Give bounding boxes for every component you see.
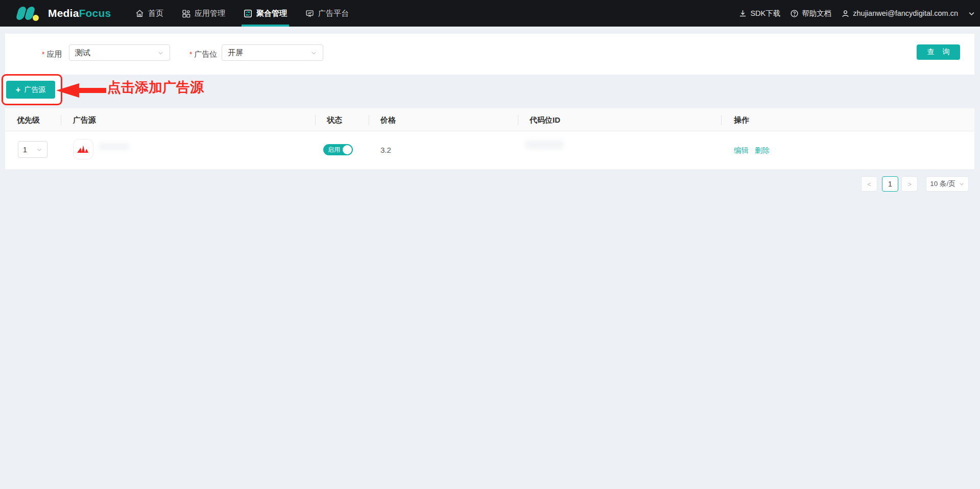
table-header-row: 优先级 广告源 状态 价格 代码位ID 操作 [5,108,974,131]
header-code-id: 代码位ID [530,108,560,131]
chevron-down-icon [157,50,164,56]
add-ad-source-button[interactable]: + 广告源 [6,81,55,99]
sdk-download-label: SDK下载 [750,9,780,18]
chevron-right-icon: > [907,180,912,188]
required-asterisk: * [42,50,44,58]
annotation-arrow-icon [56,82,107,99]
page-size-select[interactable]: 10 条/页 [926,176,969,192]
column-divider [315,115,316,125]
top-navbar: MediaFocus 首页 应用管理 聚合管理 [0,0,980,27]
table-row: 1 启用 3.2 编辑 删除 [5,131,974,169]
add-ad-source-label: 广告源 [24,85,45,95]
column-divider [518,115,518,125]
app-filter-label: *应用 [42,46,62,62]
presentation-chart-icon [305,9,314,18]
chevron-down-icon [959,181,965,187]
pagination-page-1[interactable]: 1 [882,176,898,192]
ad-source-table: 优先级 广告源 状态 价格 代码位ID 操作 1 启用 3.2 [5,108,974,169]
filter-card: *应用 测试 *广告位 开屏 查 询 [5,34,974,75]
toggle-knob [343,145,352,154]
nav-item-ad-platform[interactable]: 广告平台 [305,0,349,27]
sdk-download-link[interactable]: SDK下载 [738,9,780,18]
slot-filter-label: *广告位 [189,46,217,62]
nav-item-label: 聚合管理 [256,9,287,18]
query-button[interactable]: 查 询 [917,44,960,60]
annotation-note-text: 点击添加广告源 [107,78,204,97]
home-icon [135,9,144,18]
pangle-logo-icon [77,144,90,154]
header-actions: 操作 [734,108,749,131]
chevron-down-icon [36,147,42,153]
column-divider [721,115,722,125]
help-docs-label: 帮助文档 [802,9,831,18]
question-circle-icon [790,9,799,18]
app-select-value: 测试 [75,48,90,58]
nav-item-label: 应用管理 [195,9,225,18]
ad-source-logo [73,139,93,159]
user-icon [841,9,850,18]
help-docs-link[interactable]: 帮助文档 [790,9,831,18]
header-price: 价格 [380,108,396,131]
priority-value: 1 [23,146,27,154]
redacted-code-id [525,140,564,149]
user-email: zhujianwei@fancydigital.com.cn [853,9,958,17]
redacted-ad-source-name [98,143,130,150]
required-asterisk: * [189,50,192,58]
pagination-prev-button[interactable]: < [861,176,877,192]
status-toggle[interactable]: 启用 [323,144,353,155]
header-ad-source: 广告源 [73,108,96,131]
header-priority: 优先级 [17,108,40,131]
nav-item-label: 首页 [148,9,163,18]
brand-logo[interactable]: MediaFocus [14,0,111,27]
column-divider [61,115,61,125]
mediafocus-logo-icon [14,5,41,22]
aggregation-sync-icon [244,9,252,18]
column-divider [369,115,369,125]
chevron-down-icon [310,50,317,56]
nav-item-aggregation-management[interactable]: 聚合管理 [244,0,287,27]
user-account-menu[interactable]: zhujianwei@fancydigital.com.cn [841,9,958,18]
nav-item-app-management[interactable]: 应用管理 [182,0,225,27]
navbar-right-group: SDK下载 帮助文档 zhujianwei@fancydigital.com.c… [738,0,975,27]
delete-link[interactable]: 删除 [755,131,770,169]
edit-link[interactable]: 编辑 [734,131,749,169]
status-toggle-label: 启用 [328,144,340,155]
price-value: 3.2 [380,131,391,169]
apps-grid-icon [182,9,190,18]
chevron-down-icon[interactable] [968,10,975,17]
nav-item-label: 广告平台 [318,9,349,18]
plus-icon: + [16,85,20,95]
app-select[interactable]: 测试 [69,44,170,61]
header-status: 状态 [327,108,342,131]
main-nav: 首页 应用管理 聚合管理 广告平台 [135,0,349,27]
download-icon [738,9,747,18]
nav-item-home[interactable]: 首页 [135,0,163,27]
pagination-next-button[interactable]: > [901,176,918,192]
page-size-value: 10 条/页 [930,179,955,189]
chevron-left-icon: < [867,180,871,188]
priority-select[interactable]: 1 [18,141,47,158]
ad-slot-select[interactable]: 开屏 [222,44,323,61]
active-tab-underline [242,25,289,27]
ad-slot-select-value: 开屏 [228,48,243,58]
brand-name: MediaFocus [48,7,111,19]
